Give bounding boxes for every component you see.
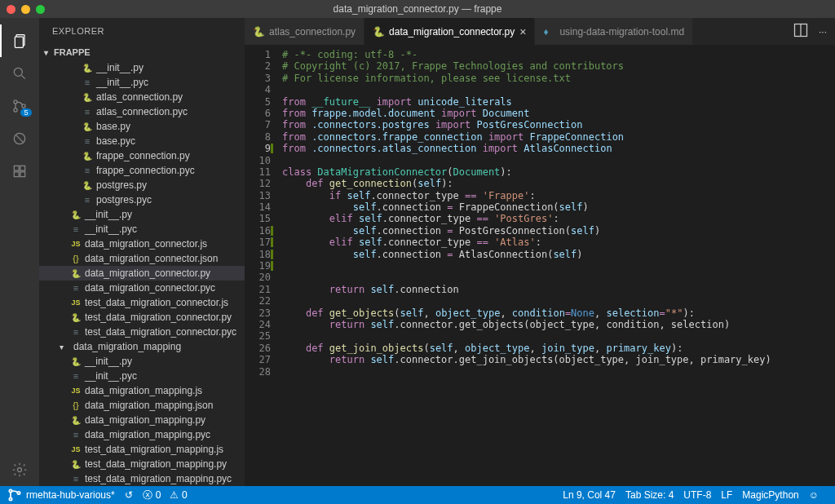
file-item[interactable]: ≡base.pyc: [39, 134, 245, 148]
tab[interactable]: ♦using-data-migration-tool.md: [535, 18, 693, 45]
file-icon: {}: [70, 253, 82, 264]
code-line[interactable]: [282, 366, 835, 378]
code-line[interactable]: self.connection = FrappeConnection(self): [282, 201, 835, 213]
file-icon: 🐍: [70, 209, 82, 220]
cursor-position[interactable]: Ln 9, Col 47: [563, 489, 616, 501]
file-item[interactable]: ≡test_data_migration_connector.pyc: [39, 325, 245, 339]
code-line[interactable]: self.connection = AtlasConnection(self): [282, 249, 835, 260]
line-number: 1: [245, 49, 271, 60]
file-item[interactable]: ≡__init__.pyc: [39, 75, 245, 90]
file-item[interactable]: ≡__init__.pyc: [39, 222, 245, 237]
code-line[interactable]: [282, 330, 835, 342]
editor[interactable]: 1234567891011121314151617181920212223242…: [245, 45, 835, 486]
explorer-icon[interactable]: [0, 24, 39, 57]
more-icon[interactable]: ···: [819, 26, 827, 38]
encoding[interactable]: UTF-8: [683, 489, 711, 501]
code-line[interactable]: [282, 84, 835, 95]
close-window[interactable]: [7, 5, 15, 14]
file-item[interactable]: 🐍test_data_migration_mapping.py: [39, 457, 245, 471]
file-item[interactable]: ≡__init__.pyc: [39, 369, 245, 383]
code-line[interactable]: from .connectors.frappe_connection impor…: [282, 131, 835, 143]
minimize-window[interactable]: [21, 5, 30, 14]
file-item[interactable]: JSdata_migration_connector.js: [39, 237, 245, 251]
code-line[interactable]: if self.connector_type == 'Frappe':: [282, 190, 835, 201]
code-line[interactable]: [282, 155, 835, 166]
code-line[interactable]: return self.connector.get_objects(object…: [282, 319, 835, 330]
file-item[interactable]: 🐍frappe_connection.py: [39, 148, 245, 163]
file-item[interactable]: 🐍__init__.py: [39, 354, 245, 369]
file-item[interactable]: ≡postgres.pyc: [39, 192, 245, 207]
code-line[interactable]: # Copyright (c) 2017, Frappe Technologie…: [282, 60, 835, 72]
maximize-window[interactable]: [36, 5, 45, 14]
code-line[interactable]: elif self.connector_type == 'Atlas':: [282, 237, 835, 248]
line-number: 27: [245, 354, 271, 365]
code-line[interactable]: # -*- coding: utf-8 -*-: [282, 49, 835, 60]
file-label: test_data_migration_mapping.py: [85, 458, 227, 470]
folder-item[interactable]: ▾data_migration_mapping: [39, 339, 245, 354]
line-number: 23: [245, 307, 271, 319]
code-line[interactable]: def get_join_objects(self, object_type, …: [282, 343, 835, 354]
file-item[interactable]: {}data_migration_connector.json: [39, 251, 245, 266]
file-item[interactable]: JSdata_migration_mapping.js: [39, 383, 245, 398]
file-item[interactable]: 🐍postgres.py: [39, 178, 245, 192]
debug-icon[interactable]: [0, 122, 39, 155]
file-item[interactable]: ≡data_migration_mapping.pyc: [39, 427, 245, 442]
file-item[interactable]: JStest_data_migration_connector.js: [39, 295, 245, 310]
code-line[interactable]: from frappe.model.document import Docume…: [282, 108, 835, 119]
branch-indicator[interactable]: rmehta-hub-various*: [7, 487, 115, 503]
file-label: atlas_connection.pyc: [96, 106, 188, 117]
tab-size[interactable]: Tab Size: 4: [625, 489, 674, 501]
file-item[interactable]: 🐍__init__.py: [39, 60, 245, 75]
sync-indicator[interactable]: ↺: [125, 489, 133, 501]
code-line[interactable]: [282, 272, 835, 283]
file-item[interactable]: {}data_migration_mapping.json: [39, 398, 245, 413]
code-line[interactable]: return self.connector.get_join_objects(o…: [282, 354, 835, 365]
file-icon: ≡: [82, 194, 93, 206]
file-item[interactable]: ≡test_data_migration_mapping.pyc: [39, 471, 245, 486]
file-item[interactable]: 🐍test_data_migration_connector.py: [39, 310, 245, 325]
code-line[interactable]: self.connection = PostGresConnection(sel…: [282, 225, 835, 237]
feedback-icon[interactable]: ☺: [809, 489, 819, 501]
close-icon[interactable]: ×: [519, 25, 526, 38]
scm-icon[interactable]: 5: [0, 90, 39, 122]
language-mode[interactable]: MagicPython: [742, 489, 798, 501]
settings-icon[interactable]: [0, 453, 39, 486]
file-item[interactable]: 🐍base.py: [39, 119, 245, 134]
file-item[interactable]: ≡atlas_connection.pyc: [39, 104, 245, 119]
split-editor-icon[interactable]: [793, 22, 809, 41]
code-line[interactable]: elif self.connector_type == 'PostGres':: [282, 213, 835, 224]
file-item[interactable]: ≡frappe_connection.pyc: [39, 163, 245, 178]
file-item[interactable]: 🐍data_migration_connector.py: [39, 266, 245, 281]
file-item[interactable]: 🐍__init__.py: [39, 207, 245, 222]
file-item[interactable]: ≡data_migration_connector.pyc: [39, 281, 245, 295]
code-line[interactable]: from .connectors.postgres import PostGre…: [282, 119, 835, 130]
line-number: 19: [245, 260, 271, 272]
code-line[interactable]: return self.connection: [282, 284, 835, 295]
extensions-icon[interactable]: [0, 155, 39, 188]
line-number: 25: [245, 330, 271, 342]
code-line[interactable]: [282, 260, 835, 272]
tree-root[interactable]: ▾FRAPPE: [39, 44, 245, 60]
search-icon[interactable]: [0, 57, 39, 90]
code-line[interactable]: from __future__ import unicode_literals: [282, 96, 835, 108]
line-number: 6: [245, 108, 271, 119]
file-item[interactable]: 🐍data_migration_mapping.py: [39, 413, 245, 427]
svg-point-2: [14, 68, 22, 76]
file-label: data_migration_connector.py: [85, 267, 210, 279]
titlebar: data_migration_connector.py — frappe: [0, 0, 835, 18]
code-content[interactable]: # -*- coding: utf-8 -*-# Copyright (c) 2…: [282, 45, 835, 486]
file-item[interactable]: 🐍atlas_connection.py: [39, 90, 245, 104]
code-line[interactable]: class DataMigrationConnector(Document):: [282, 166, 835, 178]
line-number: 21: [245, 284, 271, 295]
file-item[interactable]: JStest_data_migration_mapping.js: [39, 442, 245, 457]
file-label: test_data_migration_mapping.js: [85, 444, 223, 455]
problems-indicator[interactable]: ⓧ 0 ⚠ 0: [143, 489, 188, 502]
code-line[interactable]: [282, 295, 835, 307]
tab[interactable]: 🐍atlas_connection.py: [245, 18, 364, 45]
eol[interactable]: LF: [721, 489, 732, 501]
code-line[interactable]: def get_objects(self, object_type, condi…: [282, 307, 835, 319]
code-line[interactable]: from .connectors.atlas_connection import…: [282, 143, 835, 154]
tab[interactable]: 🐍data_migration_connector.py×: [364, 18, 535, 45]
code-line[interactable]: def get_connection(self):: [282, 178, 835, 189]
code-line[interactable]: # For license information, please see li…: [282, 73, 835, 84]
